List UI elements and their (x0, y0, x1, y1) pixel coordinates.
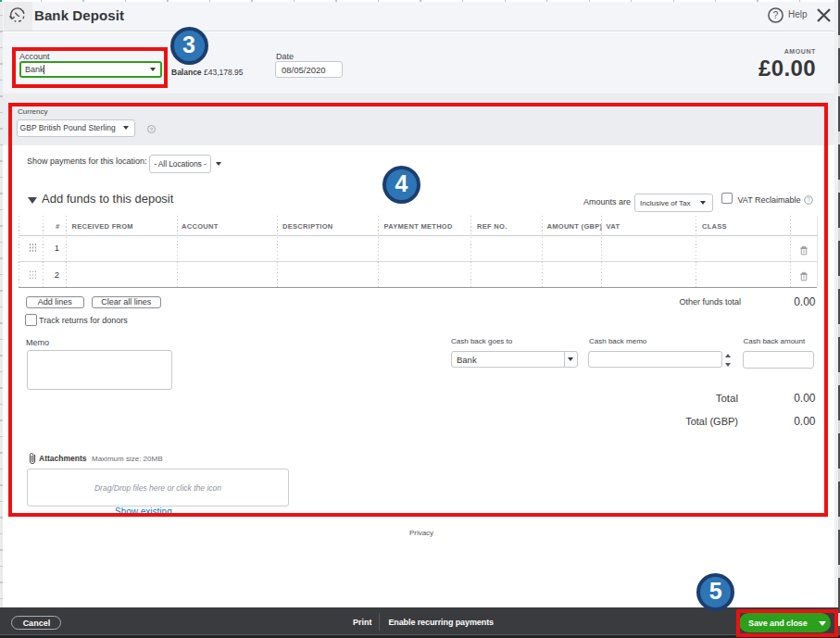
svg-text:?: ? (773, 9, 779, 20)
